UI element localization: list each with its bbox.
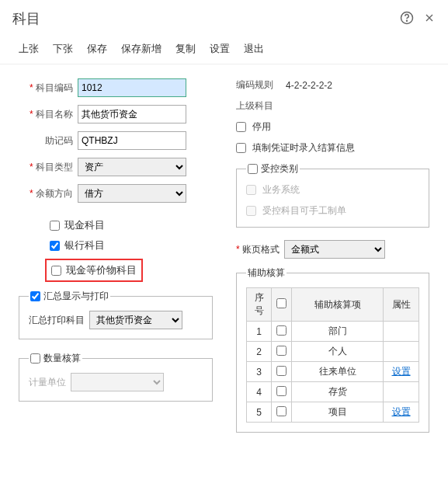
biz-label: 业务系统: [262, 183, 300, 197]
settings-button[interactable]: 设置: [210, 42, 230, 56]
name-input[interactable]: [78, 105, 186, 124]
cash-eq-label: 现金等价物科目: [66, 263, 137, 277]
dir-label: 余额方向: [19, 187, 73, 200]
exit-button[interactable]: 退出: [244, 42, 264, 56]
mnemonic-label: 助记码: [19, 134, 73, 148]
biz-checkbox: [246, 185, 256, 195]
qty-legend: 数量核算: [43, 352, 81, 365]
cell-attr: [384, 382, 419, 402]
cell-item: 部门: [292, 322, 384, 342]
qty-fieldset: 数量核算 计量单位: [19, 352, 213, 402]
prev-button[interactable]: 上张: [19, 42, 39, 56]
table-row: 2个人: [247, 342, 419, 362]
col-attr: 属性: [384, 288, 419, 322]
summary-fieldset: 汇总显示与打印 汇总打印科目 其他货币资金: [19, 290, 213, 339]
fillsettle-checkbox[interactable]: [236, 143, 246, 153]
cell-item: 个人: [292, 342, 384, 362]
type-select[interactable]: 资产: [78, 158, 186, 176]
cell-seq: 4: [247, 382, 272, 402]
next-button[interactable]: 下张: [53, 42, 73, 56]
table-row: 1部门: [247, 322, 419, 342]
type-label: 科目类型: [19, 161, 73, 174]
col-item: 辅助核算项: [292, 288, 384, 322]
qty-toggle[interactable]: [30, 353, 40, 364]
cell-attr: 设置: [384, 402, 419, 423]
pagefmt-select[interactable]: 金额式: [284, 240, 385, 259]
cash-equivalent-highlight: 现金等价物科目: [45, 259, 143, 282]
cell-item: 往来单位: [292, 362, 384, 382]
table-row: 3往来单位设置: [247, 362, 419, 382]
bank-label: 银行科目: [64, 238, 105, 252]
attr-link[interactable]: 设置: [392, 366, 411, 377]
col-seq: 序号: [247, 288, 272, 322]
name-label: 科目名称: [19, 108, 73, 121]
controlled-fieldset: 受控类别 业务系统 受控科目可手工制单: [236, 162, 429, 228]
code-input[interactable]: [78, 78, 186, 97]
svg-point-1: [407, 20, 408, 21]
dir-select[interactable]: 借方: [78, 184, 186, 203]
fillsettle-label: 填制凭证时录入结算信息: [252, 141, 355, 155]
cell-item: 存货: [292, 382, 384, 402]
unit-label: 计量单位: [29, 376, 66, 389]
save-new-button[interactable]: 保存新增: [121, 42, 161, 56]
coderule-label: 编码规则: [236, 78, 286, 92]
parent-label: 上级科目: [236, 99, 286, 113]
cell-item: 项目: [292, 402, 384, 423]
summary-print-select[interactable]: 其他货币资金: [89, 311, 182, 329]
aux-check-all[interactable]: [276, 298, 287, 308]
attr-link[interactable]: 设置: [392, 406, 411, 417]
code-label: 科目编码: [19, 82, 73, 95]
cell-seq: 1: [247, 322, 272, 342]
cell-seq: 3: [247, 362, 272, 382]
table-row: 4存货: [247, 382, 419, 402]
summary-legend: 汇总显示与打印: [43, 290, 109, 303]
coderule-value: 4-2-2-2-2-2: [286, 80, 332, 91]
aux-row-checkbox[interactable]: [276, 366, 287, 376]
manual-checkbox: [246, 206, 256, 216]
page-title: 科目: [12, 9, 40, 28]
help-icon[interactable]: [400, 11, 414, 27]
cell-attr: [384, 342, 419, 362]
mnemonic-input[interactable]: [78, 131, 186, 150]
aux-row-checkbox[interactable]: [276, 325, 287, 336]
controlled-legend: 受控类别: [261, 162, 298, 176]
aux-row-checkbox[interactable]: [276, 346, 287, 356]
disable-checkbox[interactable]: [236, 122, 246, 132]
pagefmt-label: 账页格式: [236, 243, 280, 256]
cell-attr: 设置: [384, 362, 419, 382]
bank-checkbox[interactable]: [50, 241, 60, 251]
cell-attr: [384, 322, 419, 342]
aux-row-checkbox[interactable]: [276, 386, 287, 396]
cell-seq: 2: [247, 342, 272, 362]
close-icon[interactable]: [423, 12, 436, 26]
aux-table: 序号 辅助核算项 属性 1部门2个人3往来单位设置4存货5项目设置: [246, 287, 419, 423]
aux-legend: 辅助核算: [248, 266, 285, 280]
cash-checkbox[interactable]: [50, 221, 60, 231]
unit-select: [71, 373, 164, 391]
summary-print-label: 汇总打印科目: [29, 314, 85, 327]
aux-row-checkbox[interactable]: [276, 406, 287, 416]
copy-button[interactable]: 复制: [175, 42, 196, 56]
cash-label: 现金科目: [64, 218, 105, 232]
cash-eq-checkbox[interactable]: [51, 266, 61, 276]
controlled-toggle[interactable]: [248, 164, 258, 174]
cell-seq: 5: [247, 402, 272, 423]
table-row: 5项目设置: [247, 402, 419, 423]
disable-label: 停用: [252, 120, 271, 134]
save-button[interactable]: 保存: [87, 42, 107, 56]
aux-fieldset: 辅助核算 序号 辅助核算项 属性 1部门2个人3往来单位设置4存货5项目设置: [236, 266, 429, 433]
manual-label: 受控科目可手工制单: [262, 204, 346, 217]
summary-toggle[interactable]: [30, 291, 40, 301]
toolbar: 上张 下张 保存 保存新增 复制 设置 退出: [0, 34, 448, 64]
